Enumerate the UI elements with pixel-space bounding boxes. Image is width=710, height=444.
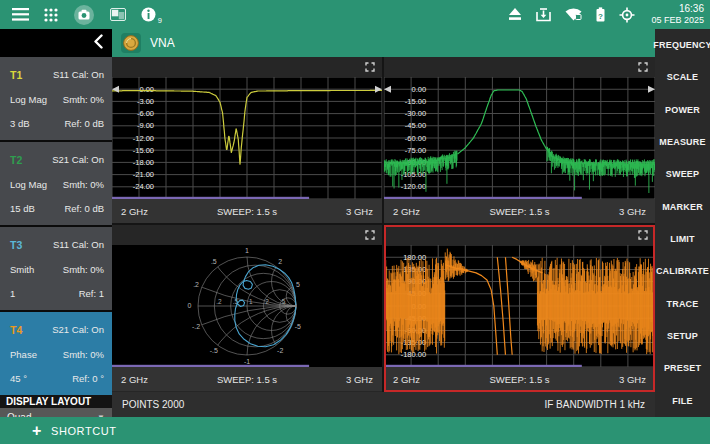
chart-t4-s21-phase[interactable]: 180.00135.0090.0045.000.00-45.00-90.00-1…	[384, 225, 655, 392]
menu-item-limit[interactable]: LIMIT	[655, 223, 710, 255]
x-start-label: 2 GHz	[121, 206, 148, 217]
trace-cal: S21 Cal: On	[52, 324, 104, 335]
svg-text:-60.00: -60.00	[405, 134, 426, 143]
chart-header	[112, 57, 382, 77]
svg-text:1: 1	[245, 247, 249, 254]
charts-grid: 0.00-3.00-6.00-9.00-12.00-15.00-18.00-21…	[112, 57, 655, 392]
save-icon[interactable]	[536, 8, 551, 22]
location-icon[interactable]	[619, 7, 635, 23]
add-shortcut-button[interactable]: + SHORTCUT	[32, 423, 117, 439]
battery-icon[interactable]: ?	[596, 7, 605, 22]
svg-text:-2: -2	[277, 347, 283, 354]
svg-text:-30.00: -30.00	[405, 109, 426, 118]
svg-text:-75.00: -75.00	[405, 146, 426, 155]
clock-time: 16:36	[651, 3, 704, 16]
menu-item-frequency[interactable]: FREQUENCY	[655, 29, 710, 61]
menu-item-marker[interactable]: MARKER	[655, 191, 710, 223]
plot-area: 0.00-3.00-6.00-9.00-12.00-15.00-18.00-21…	[112, 77, 382, 199]
menu-item-file[interactable]: FILE	[655, 385, 710, 417]
sweep-label: SWEEP: 1.5 s	[489, 206, 549, 217]
svg-text:-5: -5	[295, 323, 301, 330]
chart-header	[112, 225, 382, 245]
fullscreen-icon[interactable]	[365, 230, 375, 240]
camera-icon[interactable]	[73, 4, 95, 26]
trace-panel-t2[interactable]: T2S21 Cal: OnLog MagSmth: 0%15 dBRef: 0 …	[0, 142, 112, 225]
svg-text:-120.00: -120.00	[401, 182, 426, 191]
eject-icon[interactable]	[508, 8, 522, 21]
chart-t1-s11-logmag[interactable]: 0.00-3.00-6.00-9.00-12.00-15.00-18.00-21…	[112, 57, 382, 223]
clock-date: 05 FEB 2025	[651, 15, 704, 26]
svg-text:-12.00: -12.00	[133, 134, 154, 143]
menu-item-measure[interactable]: MEASURE	[655, 126, 710, 158]
app-title-area: VNA	[112, 29, 175, 57]
trace-panels: T1S11 Cal: OnLog MagSmth: 0%3 dBRef: 0 d…	[0, 57, 112, 395]
fullscreen-icon[interactable]	[638, 230, 648, 240]
wifi-lock-icon[interactable]	[565, 8, 582, 21]
trace-id: T1	[10, 69, 22, 81]
trace-panel-t4[interactable]: T4S21 Cal: OnPhaseSmth: 0%45 °Ref: 0 °	[0, 312, 112, 395]
menu-item-power[interactable]: POWER	[655, 94, 710, 126]
svg-text:-.5: -.5	[210, 347, 218, 354]
vna-app: 9	[0, 0, 710, 444]
plot-area: 180.00135.0090.0045.000.00-45.00-90.00-1…	[384, 245, 655, 367]
menu-icon[interactable]	[12, 8, 29, 21]
trace-scale: 45 °	[10, 373, 27, 384]
x-end-label: 3 GHz	[619, 374, 646, 385]
trace-panel-t3[interactable]: T3S11 Cal: OnSmithSmth: 0%1Ref: 1	[0, 227, 112, 310]
trace-ref: Ref: 0 dB	[64, 118, 104, 129]
x-end-label: 3 GHz	[346, 374, 373, 385]
fullscreen-icon[interactable]	[365, 62, 375, 72]
svg-text:-3.00: -3.00	[137, 97, 154, 106]
apps-grid-icon[interactable]	[44, 8, 58, 22]
clock: 16:36 05 FEB 2025	[651, 3, 704, 27]
plot-area: .2.51250-.2-.5-1-2-5.2.5125	[112, 245, 382, 367]
trace-smoothing: Smth: 0%	[63, 94, 104, 105]
menu-item-setup[interactable]: SETUP	[655, 320, 710, 352]
plus-icon: +	[32, 423, 42, 439]
menu-item-preset[interactable]: PRESET	[655, 352, 710, 384]
trace-smoothing: Smth: 0%	[63, 264, 104, 275]
chart-footer: 2 GHz SWEEP: 1.5 s 3 GHz	[112, 367, 382, 391]
svg-text:5: 5	[282, 298, 286, 305]
svg-text:-24.00: -24.00	[133, 182, 154, 191]
trace-id: T2	[10, 154, 22, 166]
svg-text:-.2: -.2	[192, 323, 200, 330]
trace-ref: Ref: 0 dB	[64, 203, 104, 214]
trace-scale: 3 dB	[10, 118, 30, 129]
menu-item-sweep[interactable]: SWEEP	[655, 158, 710, 190]
menu-item-calibrate[interactable]: CALIBRATE	[655, 255, 710, 287]
shortcut-bar: + SHORTCUT	[0, 417, 710, 444]
chevron-left-icon	[94, 34, 103, 53]
chart-t2-s21-logmag[interactable]: 0.00-15.00-30.00-45.00-60.00-75.00-90.00…	[384, 57, 655, 223]
side-menu: FREQUENCYSCALEPOWERMEASURESWEEPMARKERLIM…	[655, 29, 710, 417]
fullscreen-icon[interactable]	[638, 62, 648, 72]
trace-panel-t1[interactable]: T1S11 Cal: OnLog MagSmth: 0%3 dBRef: 0 d…	[0, 57, 112, 140]
trace-scale: 1	[10, 288, 15, 299]
svg-text:-15.00: -15.00	[405, 97, 426, 106]
menu-item-scale[interactable]: SCALE	[655, 61, 710, 93]
chart-footer: 2 GHz SWEEP: 1.5 s 3 GHz	[384, 199, 655, 223]
svg-text:?: ?	[599, 12, 604, 21]
svg-text:-6.00: -6.00	[137, 109, 154, 118]
status-bar-right: ? 16:36 05 FEB 2025	[508, 3, 704, 27]
svg-text:.2: .2	[216, 298, 222, 305]
trace-cal: S21 Cal: On	[52, 154, 104, 165]
shortcut-label: SHORTCUT	[51, 425, 117, 437]
x-end-label: 3 GHz	[346, 206, 373, 217]
svg-text:-18.00: -18.00	[133, 158, 154, 167]
svg-text:1: 1	[249, 298, 253, 305]
notification-count: 9	[158, 16, 162, 25]
trace-format: Log Mag	[10, 179, 47, 190]
menu-item-trace[interactable]: TRACE	[655, 288, 710, 320]
svg-text:-45.00: -45.00	[405, 121, 426, 130]
if-bandwidth-indicator: IF BANDWIDTH 1 kHz	[544, 399, 645, 410]
trace-id: T4	[10, 324, 22, 336]
display-layout-select[interactable]: Quad ▼	[0, 408, 112, 417]
sidebar-collapse-button[interactable]	[0, 29, 112, 57]
sweep-label: SWEEP: 1.5 s	[217, 206, 277, 217]
chart-t3-s11-smith[interactable]: .2.51250-.2-.5-1-2-5.2.5125 2 GHz SWEEP:…	[112, 225, 382, 392]
info-icon[interactable]: 9	[141, 7, 156, 22]
svg-text:2: 2	[265, 298, 269, 305]
status-row: POINTS 2000 IF BANDWIDTH 1 kHz	[112, 392, 655, 417]
split-screenshot-icon[interactable]	[110, 8, 126, 21]
